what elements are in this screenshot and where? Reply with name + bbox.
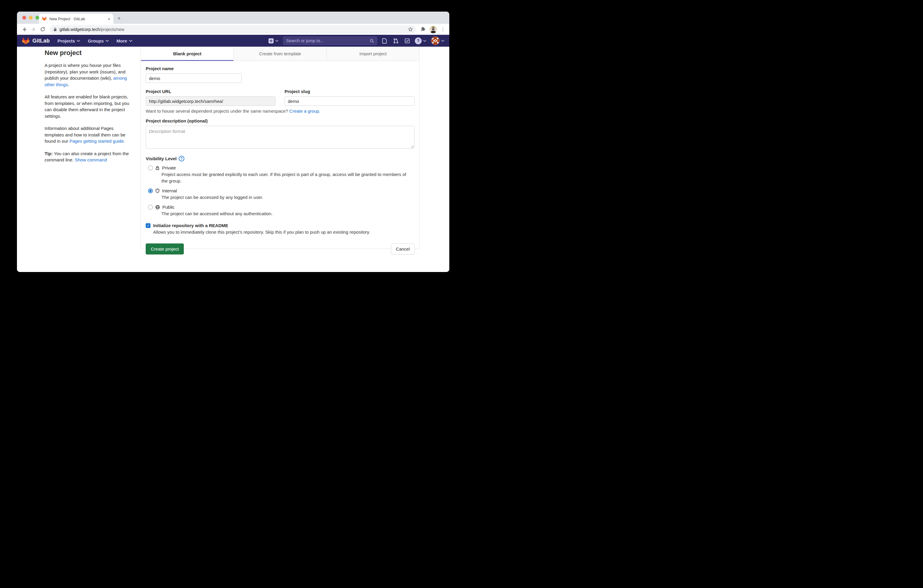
help-menu[interactable]: ? (415, 38, 426, 44)
sidebar-p3-end: . (124, 138, 125, 144)
internal-radio[interactable] (148, 189, 153, 193)
gitlab-favicon-icon (42, 16, 47, 21)
visibility-option-public: Public The project can be accessed witho… (146, 205, 414, 217)
url-text: gitlab.widgetcorp.tech/projects/new (59, 27, 124, 32)
namespace-helper-text: Want to house several dependent projects… (146, 108, 289, 113)
refresh-icon[interactable] (39, 26, 46, 33)
new-menu-button[interactable] (268, 38, 278, 44)
browser-tab[interactable]: New Project · GitLab × (39, 14, 113, 24)
tab-title: New Project · GitLab (49, 16, 105, 21)
sidebar-paragraph-1: A project is where you house your files … (44, 62, 133, 88)
navbar-menu: Projects Groups More (57, 38, 132, 43)
close-tab-icon[interactable]: × (108, 16, 110, 21)
navbar-left: GitLab Projects Groups More (22, 37, 132, 44)
plus-square-icon (268, 38, 274, 44)
internal-description: The project can be accessed by any logge… (161, 194, 413, 200)
chevron-down-icon (129, 40, 132, 42)
issues-icon[interactable] (382, 38, 388, 44)
project-description-textarea[interactable] (146, 126, 414, 149)
tab-import-project[interactable]: Import project (327, 47, 419, 61)
visibility-level-label: Visibility Level (146, 156, 177, 161)
gitlab-wordmark[interactable]: GitLab (33, 38, 50, 44)
readme-checkbox[interactable]: ✓ (146, 223, 151, 228)
nav-projects-label: Projects (57, 38, 75, 43)
new-tab-button[interactable]: + (117, 15, 121, 24)
page-title: New project (44, 49, 133, 57)
project-url-input[interactable] (146, 96, 275, 106)
private-radio[interactable] (148, 166, 153, 170)
visibility-option-private: Private Project access must be granted e… (146, 165, 414, 184)
extensions-puzzle-icon[interactable] (420, 26, 426, 32)
chevron-down-icon (105, 40, 109, 42)
sidebar-paragraph-2: All features are enabled for blank proje… (44, 94, 133, 119)
readme-section: ✓ Initialize repository with a README Al… (146, 223, 414, 235)
browser-menu-icon[interactable]: ⋮ (441, 28, 445, 30)
nav-projects-menu[interactable]: Projects (57, 38, 80, 43)
globe-icon (155, 205, 160, 210)
readme-description: Allows you to immediately clone this pro… (153, 230, 414, 235)
cancel-button[interactable]: Cancel (391, 243, 414, 255)
lock-icon (155, 166, 160, 170)
readme-label: Initialize repository with a README (153, 223, 228, 228)
desktop-background: New Project · GitLab × + gitlab.widgetco… (0, 0, 462, 294)
sidebar-tip: Tip: You can also create a project from … (44, 150, 133, 163)
navbar-right: ? (268, 36, 444, 45)
zoom-window-button[interactable] (35, 16, 39, 20)
show-command-link[interactable]: Show command (75, 157, 107, 162)
project-slug-input[interactable] (284, 96, 414, 106)
forward-icon[interactable] (30, 26, 37, 33)
gitlab-logo-icon[interactable] (22, 37, 30, 44)
chevron-down-icon (275, 40, 278, 42)
bookmark-star-icon[interactable] (408, 27, 413, 32)
project-name-label: Project name (146, 66, 414, 71)
private-label: Private (162, 165, 176, 170)
blank-project-form: Project name Project URL Project slug Wa… (141, 61, 419, 255)
help-icon: ? (415, 38, 422, 44)
chevron-down-icon (423, 40, 426, 42)
todos-icon[interactable] (404, 38, 410, 44)
gitlab-navbar: GitLab Projects Groups More (17, 35, 449, 47)
sidebar-paragraph-3: Information about additional Pages templ… (44, 125, 133, 145)
public-radio[interactable] (148, 205, 153, 210)
project-name-input[interactable] (146, 74, 242, 83)
chevron-down-icon (441, 40, 444, 42)
nav-more-menu[interactable]: More (117, 38, 132, 43)
public-description: The project can be accessed without any … (161, 210, 413, 217)
page-content: New project A project is where you house… (17, 47, 449, 272)
resize-grip-icon[interactable] (411, 145, 414, 148)
pages-guide-link[interactable]: Pages getting started guide (69, 138, 124, 144)
shield-icon (155, 189, 160, 193)
project-url-label: Project URL (146, 89, 275, 94)
visibility-help-icon[interactable]: ? (179, 156, 184, 161)
tab-blank-project[interactable]: Blank project (141, 47, 233, 61)
nav-more-label: More (117, 38, 127, 43)
tip-label: Tip: (44, 151, 53, 156)
create-group-link[interactable]: Create a group. (289, 108, 320, 113)
minimize-window-button[interactable] (29, 16, 33, 20)
browser-toolbar: gitlab.widgetcorp.tech/projects/new ⋮ (17, 24, 449, 35)
browser-tab-strip: New Project · GitLab × + (17, 11, 449, 24)
nav-groups-menu[interactable]: Groups (88, 38, 108, 43)
global-search[interactable] (283, 36, 377, 45)
window-controls (22, 16, 39, 20)
address-bar[interactable]: gitlab.widgetcorp.tech/projects/new (50, 25, 416, 34)
user-avatar (431, 36, 440, 45)
search-input[interactable] (286, 38, 367, 43)
browser-profile-avatar[interactable] (429, 26, 437, 33)
visibility-level-row: Visibility Level ? (146, 156, 414, 161)
merge-requests-icon[interactable] (393, 38, 399, 44)
url-host: gitlab.widgetcorp.tech (59, 27, 100, 32)
internal-label: Internal (162, 188, 177, 193)
url-slug-row: Project URL Project slug (146, 89, 414, 106)
url-path: /projects/new (100, 27, 124, 32)
back-icon[interactable] (21, 26, 28, 33)
form-actions: Create project Cancel (146, 243, 414, 255)
user-menu[interactable] (431, 36, 444, 45)
tab-create-from-template[interactable]: Create from template (233, 47, 326, 61)
create-project-button[interactable]: Create project (146, 243, 184, 255)
visibility-option-internal: Internal The project can be accessed by … (146, 188, 414, 200)
close-window-button[interactable] (22, 16, 26, 20)
project-slug-label: Project slug (284, 89, 414, 94)
project-type-tabs: Blank project Create from template Impor… (141, 47, 419, 61)
new-project-sidebar: New project A project is where you house… (44, 49, 133, 169)
